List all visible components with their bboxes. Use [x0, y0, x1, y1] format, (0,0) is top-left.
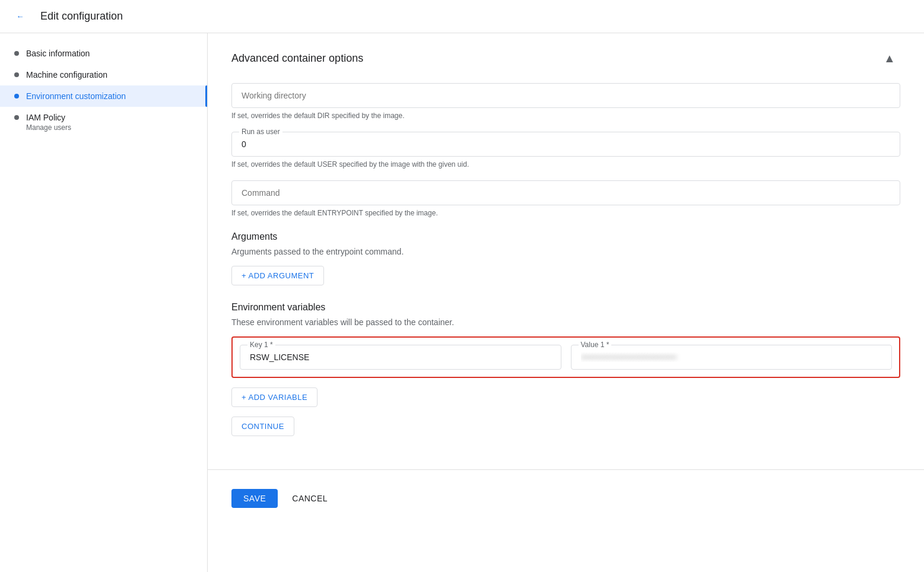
env-vars-title: Environment variables — [231, 302, 900, 313]
divider — [208, 469, 924, 470]
page-title: Edit configuration — [40, 10, 123, 23]
add-argument-button[interactable]: + ADD ARGUMENT — [231, 266, 324, 285]
bottom-actions: SAVE CANCEL — [208, 479, 924, 517]
main-content: Advanced container options ▲ If set, ove… — [208, 33, 924, 572]
command-hint: If set, overrides the default ENTRYPOINT… — [231, 209, 900, 217]
env-value-label-1: Value 1 * — [579, 341, 612, 349]
working-directory-wrapper — [231, 83, 900, 108]
continue-wrapper: CONTINUE — [231, 417, 900, 436]
command-input[interactable] — [242, 188, 890, 198]
working-directory-field: If set, overrides the default DIR specif… — [231, 83, 900, 120]
nav-dot-iam — [14, 115, 19, 120]
nav-dot-env — [14, 94, 19, 98]
run-as-user-label: Run as user — [239, 128, 282, 136]
section-header: Advanced container options ▲ — [231, 47, 900, 69]
env-value-input-1[interactable] — [581, 352, 882, 362]
section-title: Advanced container options — [231, 52, 363, 65]
sidebar-label-machine: Machine configuration — [26, 70, 107, 80]
arguments-title: Arguments — [231, 231, 900, 242]
top-bar: ← Edit configuration — [0, 0, 924, 33]
env-key-input-1[interactable] — [250, 352, 551, 362]
run-as-user-hint: If set, overrides the default USER speci… — [231, 160, 900, 169]
sidebar-item-environment-customization[interactable]: Environment customization — [0, 85, 207, 107]
arguments-section: Arguments Arguments passed to the entryp… — [231, 231, 900, 285]
add-variable-wrapper: + ADD VARIABLE — [231, 387, 900, 407]
command-wrapper — [231, 180, 900, 205]
working-directory-input[interactable] — [242, 91, 890, 100]
run-as-user-field: Run as user If set, overrides the defaul… — [231, 132, 900, 169]
collapse-button[interactable]: ▲ — [879, 47, 900, 69]
cancel-button[interactable]: CANCEL — [282, 489, 337, 508]
sidebar-item-iam-policy[interactable]: IAM Policy Manage users — [0, 107, 207, 138]
env-value-field-1: Value 1 * — [571, 345, 893, 370]
env-value-wrapper-1: Value 1 * — [571, 345, 893, 370]
arguments-description: Arguments passed to the entrypoint comma… — [231, 247, 900, 256]
run-as-user-wrapper: Run as user — [231, 132, 900, 157]
continue-button[interactable]: CONTINUE — [231, 417, 294, 436]
env-var-row-1: Key 1 * Value 1 * — [231, 336, 900, 378]
env-key-label-1: Key 1 * — [247, 341, 275, 349]
sidebar-item-basic-information[interactable]: Basic information — [0, 43, 207, 64]
sidebar-label-basic: Basic information — [26, 49, 90, 58]
layout: Basic information Machine configuration … — [0, 33, 924, 572]
nav-dot-machine — [14, 72, 19, 77]
env-vars-section: Environment variables These environment … — [231, 302, 900, 436]
sidebar-label-env: Environment customization — [26, 91, 126, 101]
run-as-user-input[interactable] — [242, 139, 890, 149]
env-key-field-1: Key 1 * — [240, 345, 561, 370]
env-vars-description: These environment variables will be pass… — [231, 317, 900, 327]
sidebar-label-iam: IAM Policy — [26, 113, 71, 122]
env-key-wrapper-1: Key 1 * — [240, 345, 561, 370]
save-button[interactable]: SAVE — [231, 489, 278, 508]
back-button[interactable]: ← — [9, 6, 31, 27]
working-directory-hint: If set, overrides the default DIR specif… — [231, 112, 900, 120]
nav-dot-basic — [14, 51, 19, 56]
sidebar-item-machine-configuration[interactable]: Machine configuration — [0, 64, 207, 85]
advanced-container-section: Advanced container options ▲ If set, ove… — [208, 33, 924, 460]
sidebar: Basic information Machine configuration … — [0, 33, 208, 572]
add-variable-button[interactable]: + ADD VARIABLE — [231, 387, 317, 407]
sidebar-sublabel-iam: Manage users — [26, 123, 71, 132]
command-field: If set, overrides the default ENTRYPOINT… — [231, 180, 900, 217]
